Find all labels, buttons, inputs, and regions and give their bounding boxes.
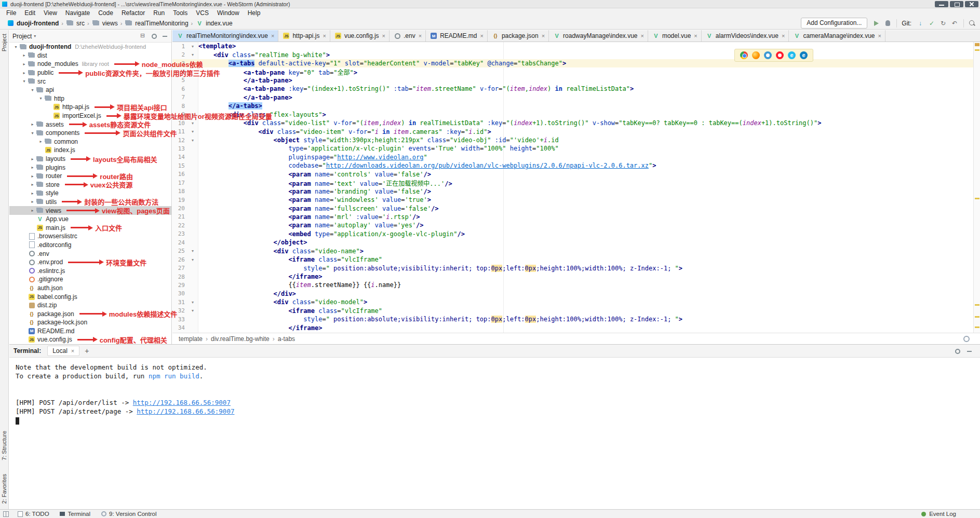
tool-stripe-project[interactable]: Project — [1, 31, 7, 54]
settings-icon[interactable] — [954, 348, 961, 355]
breadcrumb-item-views[interactable]: views — [90, 19, 120, 28]
close-icon[interactable]: × — [323, 33, 326, 39]
settings-icon[interactable] — [151, 33, 157, 39]
code-editor[interactable]: 1▾<template>2▾ <div class="realTime bg-w… — [172, 42, 973, 333]
editor-scrollbar[interactable] — [973, 42, 980, 333]
safari-icon[interactable] — [764, 51, 772, 59]
tree-item-app-vue[interactable]: VApp.vue — [9, 215, 172, 224]
fold-icon[interactable]: ▾ — [187, 44, 198, 49]
tab-env[interactable]: .env× — [390, 30, 426, 42]
breadcrumb-a-tabs[interactable]: a-tabs — [278, 335, 295, 343]
chevron-right-icon[interactable]: ▸ — [29, 199, 36, 204]
tree-item-plugins[interactable]: ▸plugins — [9, 163, 172, 172]
tree-item-layouts[interactable]: ▸layoutslayouts全局布局相关 — [9, 155, 172, 163]
tree-item-index-js[interactable]: JSindex.js — [9, 146, 172, 155]
status-9-version-control[interactable]: 9: Version Control — [101, 511, 156, 517]
tree-item-eslintrc-js[interactable]: .eslintrc.js — [9, 266, 172, 275]
search-everywhere-icon[interactable] — [969, 20, 976, 27]
tree-item-components[interactable]: ▾components页面公共组件文件 — [9, 129, 172, 138]
fold-icon[interactable]: ▾ — [187, 138, 198, 143]
chevron-down-icon[interactable]: ▾ — [29, 131, 36, 135]
tree-item-views[interactable]: ▸viewsview视图、pages页面 — [9, 206, 172, 215]
tool-stripe-7-structure[interactable]: 7: Structure — [1, 428, 7, 463]
menu-help[interactable]: Help — [244, 9, 265, 17]
add-configuration-button[interactable]: Add Configuration... — [801, 18, 867, 29]
status-event-log[interactable]: Event Log — [921, 511, 956, 517]
tree-item-gitignore[interactable]: .gitignore — [9, 275, 172, 284]
menu-view[interactable]: View — [39, 9, 61, 17]
tool-stripe-2-favorites[interactable]: 2: Favorites — [1, 471, 7, 506]
menu-file[interactable]: File — [2, 9, 20, 17]
tab-roadwaymanage-index-vue[interactable]: VroadwayManage\index.vue× — [549, 30, 648, 42]
run-icon[interactable] — [872, 19, 880, 28]
tree-item-editorconfig[interactable]: .editorconfig — [9, 241, 172, 250]
tree-item-env[interactable]: .env — [9, 249, 172, 258]
tree-item-src[interactable]: ▾src — [9, 77, 172, 86]
close-button[interactable] — [965, 1, 978, 7]
tree-item-readme-md[interactable]: MREADME.md — [9, 327, 172, 336]
ie-icon[interactable] — [788, 51, 796, 59]
edge-icon[interactable] — [800, 51, 808, 59]
opera-icon[interactable] — [776, 51, 784, 59]
chevron-down-icon[interactable]: ▾ — [12, 45, 19, 49]
chevron-right-icon[interactable]: ▸ — [29, 157, 36, 161]
menu-tools[interactable]: Tools — [169, 9, 192, 17]
close-icon[interactable]: × — [641, 33, 644, 39]
menu-edit[interactable]: Edit — [20, 9, 39, 17]
rollback-icon[interactable] — [950, 19, 959, 28]
tree-item-dist-zip[interactable]: dist.zip — [9, 301, 172, 310]
minimize-button[interactable] — [935, 1, 948, 7]
tree-item-utils[interactable]: ▸utils封装的一些公共函数方法 — [9, 198, 172, 207]
fold-icon[interactable]: ▾ — [187, 300, 198, 305]
menu-run[interactable]: Run — [149, 9, 169, 17]
chevron-right-icon[interactable]: ▸ — [29, 191, 36, 196]
fold-icon[interactable]: ▾ — [187, 257, 198, 262]
update-project-icon[interactable] — [916, 19, 924, 28]
menu-navigate[interactable]: Navigate — [61, 9, 94, 17]
chevron-down-icon[interactable]: ▾ — [29, 88, 36, 92]
tree-item-env-prod[interactable]: .env.prod环境变量文件 — [9, 258, 172, 267]
chevron-down-icon[interactable]: ▾ — [34, 34, 36, 38]
close-icon[interactable]: × — [71, 348, 74, 354]
commit-icon[interactable] — [928, 19, 936, 28]
menu-window[interactable]: Window — [213, 9, 244, 17]
tree-item-store[interactable]: ▸storevuex公共资源 — [9, 181, 172, 189]
menu-refactor[interactable]: Refactor — [117, 9, 149, 17]
status-6-todo[interactable]: 6: TODO — [17, 511, 49, 517]
chevron-right-icon[interactable]: ▸ — [29, 182, 36, 187]
menu-code[interactable]: Code — [94, 9, 117, 17]
tree-item-duoji-frontend[interactable]: ▾duoji-frontendD:\zheheWeb\duoji-fronten… — [9, 43, 172, 51]
new-terminal-tab-button[interactable]: + — [85, 347, 89, 355]
terminal-output[interactable]: Note that the development build is not o… — [9, 358, 980, 425]
fold-icon[interactable]: ▾ — [187, 52, 198, 57]
terminal-link[interactable]: http://192.168.66.56:9007 — [133, 399, 231, 406]
status-terminal[interactable]: Terminal — [60, 511, 90, 517]
menu-vcs[interactable]: VCS — [192, 9, 213, 17]
chrome-icon[interactable] — [740, 51, 748, 59]
tab-alarmvideos-index-vue[interactable]: ValarmVideos\index.vue× — [702, 30, 789, 42]
tab-cameramanage-index-vue[interactable]: VcameraManage\index.vue× — [789, 30, 885, 42]
tree-item-package-json[interactable]: {}package.jsonmodules依赖描述文件 — [9, 309, 172, 318]
tree-item-browserslistrc[interactable]: .browserslistrc — [9, 232, 172, 241]
tab-vue-config-js[interactable]: JSvue.config.js× — [330, 30, 390, 42]
tree-item-assets[interactable]: ▸assetsassets静态资源文件 — [9, 120, 172, 129]
close-icon[interactable]: × — [542, 33, 545, 39]
tree-item-vue-config-js[interactable]: JSvue.config.jsconfig配置、代理相关 — [9, 335, 172, 344]
chevron-right-icon[interactable]: ▸ — [21, 53, 28, 58]
tree-item-package-lock-json[interactable]: {}package-lock.json — [9, 318, 172, 327]
breadcrumb-item-realtimemonitoring[interactable]: realTimeMonitoring — [123, 19, 190, 28]
close-icon[interactable]: × — [694, 33, 697, 39]
chevron-right-icon[interactable]: ▸ — [37, 139, 44, 144]
chevron-right-icon[interactable]: ▸ — [29, 208, 36, 213]
close-icon[interactable]: × — [419, 33, 422, 39]
tree-item-dist[interactable]: ▸dist — [9, 51, 172, 60]
chevron-right-icon[interactable]: ▸ — [21, 62, 28, 66]
close-icon[interactable]: × — [480, 33, 483, 39]
firefox-icon[interactable] — [752, 51, 760, 59]
tab-readme-md[interactable]: MREADME.md× — [426, 30, 488, 42]
breadcrumb-item-src[interactable]: src — [64, 19, 87, 28]
tree-item-main-js[interactable]: JSmain.js入口文件 — [9, 223, 172, 232]
chevron-right-icon[interactable]: ▸ — [29, 122, 36, 127]
close-icon[interactable]: × — [382, 33, 385, 39]
fold-icon[interactable]: ▾ — [187, 121, 198, 126]
